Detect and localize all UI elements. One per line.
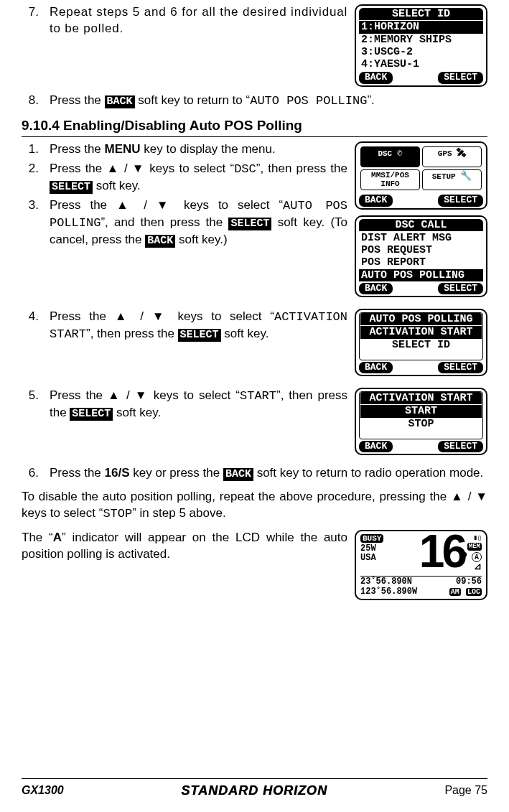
t: To disable the auto position polling, re… [22,490,487,520]
t: ”, then press the [86,327,178,340]
mono: STOP [103,507,132,521]
lcd-right-stack: ▮▯ MEM P A ⊿ [462,534,482,573]
mem-badge: MEM [467,543,482,550]
step-num: 1. [22,141,39,158]
lcd-line: POS REPORT [359,256,483,269]
step-body: Press the ▲ / ▼ keys to select “DSC”, th… [50,161,347,195]
lcd-title: AUTO POS POLLING [360,313,482,325]
section-heading: 9.10.4 Enabling/Disabling Auto POS Polli… [22,116,487,137]
lcd-line: 2:MEMORY SHIPS [359,34,483,46]
t: Press the ▲ / ▼ keys to select “ [50,198,283,212]
loc-badge: LOC [466,588,482,596]
bold-menu: MENU [105,142,141,156]
step-num: 7. [22,4,39,37]
lcd-softkey-back: BACK [359,195,393,206]
t: soft key. [93,179,141,192]
t: Press the [50,142,105,156]
t: DSC [378,149,392,158]
page-number: Page 75 [444,783,487,798]
step-body: Press the 16/S key or press the BACK sof… [50,465,487,482]
p-label: P [462,551,467,562]
t: ” in step 5 above. [132,506,225,520]
t: soft key.) [175,233,227,246]
lcd-line-sel: ACTIVATION START [360,326,482,338]
lcd-line: POS REQUEST [359,244,483,256]
lcd-softkey-back: BACK [359,362,393,373]
t: key or press the [130,466,223,480]
step-body: Repeat steps 5 and 6 for all the desired… [50,4,347,37]
busy-badge: BUSY [360,534,383,543]
am-badge: AM [449,588,461,596]
lcd-coords: 23˚56.890N 123˚56.890W 09:56 AM LOC [360,576,482,596]
signal-icon: ⊿ [474,561,482,572]
menu-cell-dsc: DSC ✆ [360,146,420,167]
lcd-title: SELECT ID [359,8,483,20]
lcd-line: 3:USCG-2 [359,46,483,58]
brand-label: STANDARD HORIZON [181,782,327,799]
lcd-softkey-back: BACK [359,441,393,452]
sat-icon: 🛰 [457,148,466,159]
lcd-softkey-select: SELECT [438,195,483,206]
t: Press the [50,93,105,107]
t: ”. [367,93,374,107]
lcd-softkey-back: BACK [359,283,393,294]
lcd-softkey-select: SELECT [438,362,483,373]
lcd-line-sel: 1:HORIZON [359,21,483,33]
step-num: 4. [22,309,39,343]
lcd-activation-start: ACTIVATION START START STOP BACK SELECT [355,388,487,455]
lon: 123˚56.890W [360,587,417,597]
lcd-softkey-select: SELECT [438,283,483,294]
step-body: Press the BACK soft key to return to “AU… [50,93,487,110]
region-label: USA [360,553,376,563]
t: ”, then press the [256,162,347,175]
lcd-softkey-select: SELECT [438,72,483,83]
a-indicator: A [472,552,482,562]
softkey-back: BACK [223,468,253,481]
para-indicator: The “A” indicator will appear on the LCD… [22,530,347,563]
time: 09:56 [449,577,482,587]
para-disable: To disable the auto position polling, re… [22,489,487,523]
t: SETUP [432,172,456,181]
mono: DSC [234,162,256,176]
lcd-softkey-back: BACK [359,72,393,83]
step-5: 5. Press the ▲ / ▼ keys to select “START… [22,388,347,421]
lcd-softkey-select: SELECT [438,441,483,452]
step-2: 2. Press the ▲ / ▼ keys to select “DSC”,… [22,161,347,195]
step-8: 8. Press the BACK soft key to return to … [22,93,487,110]
step-num: 2. [22,161,39,195]
t: key to display the menu. [141,142,276,156]
menu-cell-mmsi: MMSI/POSINFO [360,169,420,190]
lcd-line-sel: AUTO POS POLLING [359,269,483,281]
bold-a: A [53,531,62,544]
channel-number: 16 [419,528,464,574]
power-label: 25W [360,543,376,554]
lcd-radio-display: BUSY 25W USA 16 ▮▯ MEM P A ⊿ 23˚56.890N … [355,530,487,600]
lcd-left-stack: BUSY 25W USA [360,534,383,564]
step-body: Press the MENU key to display the menu. [50,141,347,158]
lcd-line: STOP [360,418,482,430]
step-body: Press the ▲ / ▼ keys to select “AUTO POS… [50,197,347,248]
t: Press the [50,466,105,480]
t: Press the ▲ / ▼ keys to select “ [50,309,274,323]
battery-icon: ▮▯ [473,534,482,542]
step-num: 8. [22,93,39,110]
menu-cell-gps: GPS 🛰 [422,146,482,167]
step-7: 7. Repeat steps 5 and 6 for all the desi… [22,4,347,37]
softkey-select: SELECT [228,218,271,230]
step-num: 3. [22,197,39,248]
page-footer: GX1300 STANDARD HORIZON Page 75 [22,778,487,799]
lcd-auto-pos-polling: AUTO POS POLLING ACTIVATION START SELECT… [355,309,487,376]
lcd-line: 4:YAESU-1 [359,58,483,70]
softkey-back: BACK [105,95,135,108]
t: GPS [438,149,452,158]
t: soft key to return to radio operation mo… [253,466,483,480]
step-3: 3. Press the ▲ / ▼ keys to select “AUTO … [22,197,347,248]
lat: 23˚56.890N [360,577,417,587]
step-num: 6. [22,465,39,482]
step-1: 1. Press the MENU key to display the men… [22,141,347,158]
t: soft key. [113,406,161,419]
bold-16s: 16/S [105,466,130,480]
softkey-back: BACK [145,235,175,248]
model-label: GX1300 [22,783,64,798]
t: The “ [22,531,53,544]
